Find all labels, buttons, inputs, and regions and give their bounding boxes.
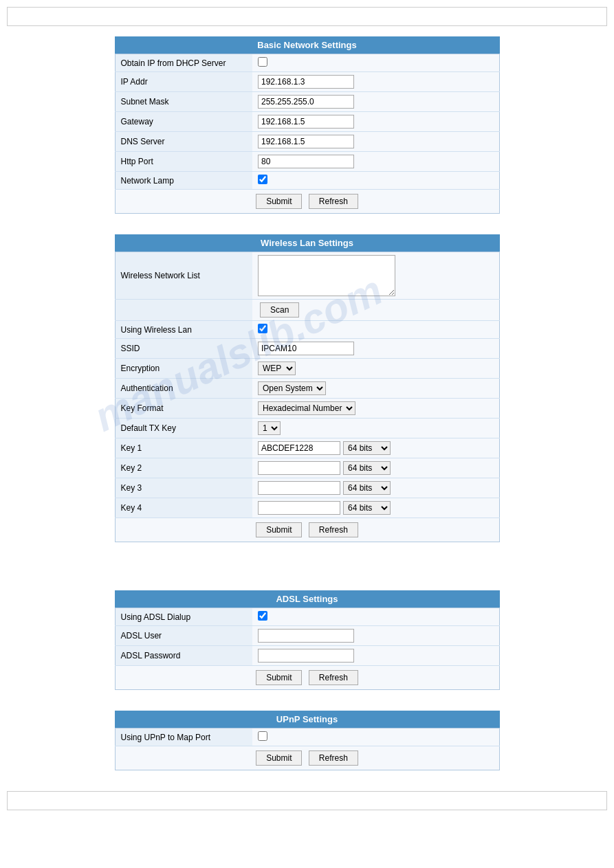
basic-network-submit-button[interactable]: Submit (256, 194, 302, 209)
key4-bits-select[interactable]: 64 bits 128 bits (343, 501, 391, 515)
http-port-input[interactable] (258, 155, 354, 168)
http-port-cell (252, 152, 499, 172)
ssid-input[interactable] (258, 342, 354, 355)
ip-addr-cell (252, 72, 499, 92)
adsl-user-input[interactable] (258, 629, 354, 643)
table-row: Http Port (115, 152, 499, 172)
key4-input[interactable] (258, 501, 340, 515)
table-row: Subnet Mask (115, 92, 499, 112)
key4-label: Key 4 (115, 498, 252, 518)
key2-inputs: 64 bits 128 bits (258, 461, 494, 475)
basic-network-button-row: Submit Refresh (115, 190, 500, 214)
scan-cell: Scan (252, 300, 499, 321)
wireless-lan-title: Wireless Lan Settings (115, 234, 500, 252)
key2-label: Key 2 (115, 458, 252, 478)
key-format-label: Key Format (115, 399, 252, 419)
network-lamp-checkbox[interactable] (258, 175, 267, 184)
default-tx-key-select[interactable]: 1 2 3 4 (258, 421, 281, 435)
table-row: Obtain IP from DHCP Server (115, 54, 499, 72)
dns-server-label: DNS Server (115, 132, 252, 152)
using-upnp-checkbox[interactable] (258, 731, 267, 741)
table-row: Encryption WEP WPA None (115, 359, 499, 379)
adsl-section: ADSL Settings Using ADSL Dialup ADSL Use… (115, 590, 500, 690)
ssid-label: SSID (115, 339, 252, 359)
adsl-submit-button[interactable]: Submit (256, 670, 302, 685)
key4-inputs: 64 bits 128 bits (258, 501, 494, 515)
upnp-title: UPnP Settings (115, 711, 500, 728)
bottom-bar (7, 791, 607, 810)
subnet-mask-input[interactable] (258, 95, 354, 109)
table-row: Using ADSL Dialup (115, 608, 499, 626)
default-tx-key-cell: 1 2 3 4 (252, 419, 499, 438)
using-adsl-checkbox[interactable] (258, 611, 267, 621)
table-row: Default TX Key 1 2 3 4 (115, 419, 499, 438)
adsl-password-cell (252, 646, 499, 666)
dhcp-checkbox[interactable] (258, 57, 267, 67)
adsl-refresh-button[interactable]: Refresh (309, 670, 358, 685)
basic-network-title: Basic Network Settings (115, 36, 500, 54)
adsl-button-row: Submit Refresh (115, 666, 500, 690)
key1-bits-select[interactable]: 64 bits 128 bits (343, 441, 391, 455)
encryption-select[interactable]: WEP WPA None (258, 361, 296, 375)
upnp-submit-button[interactable]: Submit (256, 750, 302, 766)
key1-input[interactable] (258, 441, 340, 455)
adsl-user-cell (252, 626, 499, 646)
table-row: ADSL User (115, 626, 499, 646)
wireless-lan-button-row: Submit Refresh (115, 518, 500, 542)
gateway-input[interactable] (258, 115, 354, 129)
basic-network-refresh-button[interactable]: Refresh (309, 194, 358, 209)
table-row: ADSL Password (115, 646, 499, 666)
key3-label: Key 3 (115, 478, 252, 498)
key4-cell: 64 bits 128 bits (252, 498, 499, 518)
table-row: SSID (115, 339, 499, 359)
table-row: Using Wireless Lan (115, 321, 499, 339)
upnp-refresh-button[interactable]: Refresh (309, 750, 358, 766)
wireless-network-list-cell (252, 252, 499, 300)
top-bar (7, 7, 607, 26)
using-adsl-cell (252, 608, 499, 626)
key1-inputs: 64 bits 128 bits (258, 441, 494, 455)
wireless-network-list-area[interactable] (258, 255, 395, 296)
table-row: Authentication Open System Shared Key (115, 379, 499, 399)
basic-network-table: Obtain IP from DHCP Server IP Addr Subne… (115, 54, 500, 190)
basic-network-section: Basic Network Settings Obtain IP from DH… (115, 36, 500, 214)
table-row: Key 3 64 bits 128 bits (115, 478, 499, 498)
dns-server-cell (252, 132, 499, 152)
key2-input[interactable] (258, 461, 340, 475)
gateway-label: Gateway (115, 112, 252, 132)
table-row: Key 4 64 bits 128 bits (115, 498, 499, 518)
using-adsl-label: Using ADSL Dialup (115, 608, 252, 626)
using-wireless-cell (252, 321, 499, 339)
using-upnp-label: Using UPnP to Map Port (115, 728, 252, 746)
table-row: IP Addr (115, 72, 499, 92)
table-row: Key Format Hexadecimal Number ASCII Text (115, 399, 499, 419)
table-row: Key 2 64 bits 128 bits (115, 458, 499, 478)
key-format-select[interactable]: Hexadecimal Number ASCII Text (258, 401, 355, 415)
wireless-lan-submit-button[interactable]: Submit (256, 522, 302, 537)
adsl-password-label: ADSL Password (115, 646, 252, 666)
http-port-label: Http Port (115, 152, 252, 172)
dhcp-cell (252, 54, 499, 72)
scan-button[interactable]: Scan (260, 302, 299, 318)
key3-bits-select[interactable]: 64 bits 128 bits (343, 481, 391, 495)
authentication-select[interactable]: Open System Shared Key (258, 381, 326, 395)
encryption-label: Encryption (115, 359, 252, 379)
key3-input[interactable] (258, 481, 340, 495)
upnp-table: Using UPnP to Map Port (115, 728, 500, 746)
key2-cell: 64 bits 128 bits (252, 458, 499, 478)
dns-server-input[interactable] (258, 135, 354, 148)
adsl-password-input[interactable] (258, 649, 354, 663)
upnp-button-row: Submit Refresh (115, 746, 500, 770)
table-row: DNS Server (115, 132, 499, 152)
wireless-lan-refresh-button[interactable]: Refresh (309, 522, 358, 537)
ip-addr-input[interactable] (258, 75, 354, 89)
table-row: Network Lamp (115, 172, 499, 190)
key1-cell: 64 bits 128 bits (252, 438, 499, 458)
key2-bits-select[interactable]: 64 bits 128 bits (343, 461, 391, 475)
wireless-network-list-label: Wireless Network List (115, 252, 252, 300)
using-wireless-label: Using Wireless Lan (115, 321, 252, 339)
table-row: Scan (115, 300, 499, 321)
using-wireless-checkbox[interactable] (258, 324, 267, 333)
subnet-mask-cell (252, 92, 499, 112)
authentication-cell: Open System Shared Key (252, 379, 499, 399)
